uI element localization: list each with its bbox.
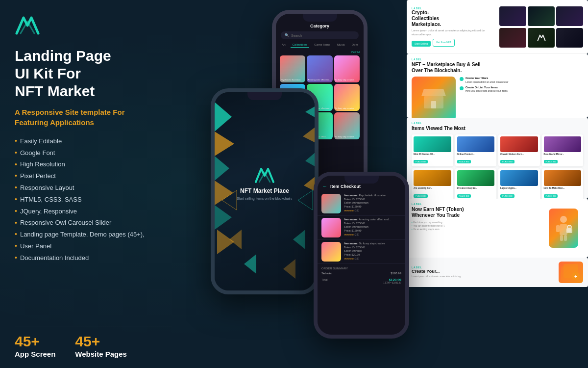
total-usd: $120.99 — [383, 278, 401, 282]
checkout-item-3: Item name: So fuary stay creative Token … — [318, 240, 405, 264]
search-placeholder: Search — [291, 34, 302, 37]
checkout-title: Item Checkout — [330, 184, 361, 189]
feature-item: High Resolution — [15, 159, 172, 171]
tab-music: Music — [335, 42, 347, 48]
phones-area: Category 🔍 Search Art Collectibles Game … — [186, 0, 431, 368]
feature-list: Easily Editable Google Font High Resolut… — [15, 135, 172, 264]
feature-item: JQuery, Responsive — [15, 206, 172, 217]
feature-item: Documentation Included — [15, 252, 172, 264]
items-label: Label — [412, 122, 583, 125]
checkout-item-image-1 — [321, 194, 341, 213]
web-item-bid-4[interactable]: PLACE BID — [544, 160, 558, 163]
hero-cta-2[interactable]: Get Free NFT — [433, 39, 455, 47]
web-item-img-6 — [457, 170, 495, 186]
checkout-item-info-1: Item name: Psychedelic illustration Toke… — [344, 194, 401, 213]
nft-card-label-6: So fuary stay creative — [335, 107, 359, 110]
stat-number-web: 45+ — [75, 334, 127, 349]
phone-notch-3 — [344, 176, 379, 184]
market-step-2: Create Or List Your Items How you can cr… — [460, 86, 583, 93]
web-item-name-2: Online Product... — [457, 153, 495, 156]
svg-marker-13 — [283, 259, 295, 279]
checkout-item-name-3: Item name: So fuary stay creative Token … — [344, 242, 401, 261]
hero-images — [499, 6, 583, 48]
web-hero-section: Label Crypto-CollectiblesMarketplace. Lo… — [407, 0, 588, 54]
web-item-img-4 — [544, 136, 582, 152]
svg-point-19 — [560, 216, 567, 223]
svg-text:+: + — [574, 274, 577, 279]
svg-marker-12 — [293, 230, 305, 249]
phone-category-header: Category — [276, 23, 364, 31]
svg-rect-18 — [431, 101, 436, 108]
nft-card-9: So fuary stay creative — [334, 112, 360, 139]
nft-card-label-9: So fuary stay creative — [335, 136, 359, 138]
svg-marker-7 — [303, 122, 315, 146]
checkout-item-name-1: Item name: Psychedelic illustration Toke… — [344, 194, 401, 212]
nft-card-label-1: Psychedelic illustration — [281, 79, 304, 81]
feature-item: Landing page Template, Demo pages (45+), — [15, 229, 172, 240]
back-icon[interactable]: ← — [322, 184, 327, 189]
step-text-2: Create Or List Your Items How you can cr… — [466, 86, 508, 93]
stat-app-screen: 45+ App Screen — [15, 334, 55, 358]
web-earn-image — [544, 203, 583, 254]
total-label: Total — [321, 278, 328, 284]
phone-marketplace-subtitle: Start selling items on the blockchain. — [237, 196, 293, 201]
phone-marketplace-logo — [254, 166, 275, 184]
web-item-4: Pure World Mirror... PLACE BID — [542, 134, 584, 166]
stat-label-app: App Screen — [15, 350, 55, 358]
feature-item: HTML5, CSS3, SASS — [15, 194, 172, 206]
step-dot-1 — [460, 77, 464, 81]
nft-card-3: So fuary stay creative — [334, 55, 360, 82]
subtotal-row: Subtotal $120.99 — [321, 272, 401, 275]
create-illustration: + — [559, 262, 583, 283]
hero-img-5 — [528, 28, 555, 48]
create-title: Create Your... — [412, 269, 556, 274]
view-all-link[interactable]: View All — [276, 51, 364, 55]
web-item-name-7: Lagos Crypto... — [500, 187, 538, 189]
rating-stars-3: ★★★★★ — [344, 257, 354, 260]
phone-checkout-content: ← Item Checkout Item name: Psychedelic i… — [318, 176, 405, 335]
svg-marker-0 — [215, 102, 232, 131]
svg-marker-1 — [215, 131, 234, 156]
phone-tabs: Art Collectibles Game Items Music Dom — [276, 42, 364, 51]
web-item-bid-8[interactable]: PLACE BID — [544, 194, 558, 198]
web-item-name-6: Dro also Away Bu... — [457, 187, 495, 189]
web-market-section: Label NFT – Marketplace Buy & SellOver T… — [407, 54, 588, 118]
nft-card-label-2: Amazing color effect and... — [308, 79, 331, 81]
web-item-name-3: Classic Modern Furn... — [500, 153, 538, 156]
web-item-3: Classic Modern Furn... PLACE BID — [498, 134, 540, 166]
svg-marker-2 — [215, 156, 229, 181]
feature-item: Responsive Layout — [15, 182, 172, 194]
total-eth: 1 ETH = $1991.87 — [383, 282, 401, 284]
checkout-item-name-2: Item name: Amazing color effect and... T… — [344, 218, 401, 237]
stats-row: 45+ App Screen 45+ Website Pages — [15, 326, 172, 358]
phone-marketplace: NFT Market Place Start selling items on … — [211, 88, 318, 294]
web-item-bid-6[interactable]: PLACE BID — [457, 194, 471, 198]
web-item-bid-3[interactable]: PLACE BID — [500, 160, 514, 163]
web-item-bid-2[interactable]: PLACE BID — [457, 160, 471, 163]
svg-rect-20 — [560, 224, 567, 235]
checkout-item-image-2 — [321, 218, 341, 237]
feature-item: Pixel Perfect — [15, 170, 172, 182]
search-icon: 🔍 — [285, 33, 289, 37]
web-create-text: Label Create Your... Lorem ipsum dolor s… — [412, 266, 556, 278]
phone-search-bar: 🔍 Search — [281, 31, 359, 39]
svg-marker-5 — [217, 230, 234, 254]
nft-card-label-3: So fuary stay creative — [335, 79, 359, 81]
web-item-name-8: How To Make Mon... — [544, 187, 582, 189]
feature-item: Google Font — [15, 147, 172, 159]
feature-item: Easily Editable — [15, 135, 172, 147]
step-text-1: Create Your Store Lorem ipsum dolor sit … — [466, 77, 509, 84]
create-desc: Lorem ipsum dolor sit amet consectetur a… — [412, 275, 556, 278]
subtitle: A Responsive Site template ForFeaturing … — [15, 107, 172, 128]
web-item-name-4: Pure World Mirror... — [544, 153, 582, 156]
checkout-item-1: Item name: Psychedelic illustration Toke… — [318, 192, 405, 216]
earn-icon — [549, 209, 578, 248]
checkout-item-info-3: Item name: So fuary stay creative Token … — [344, 242, 401, 262]
order-summary-title: Order Summary — [321, 267, 401, 270]
web-item-bid-7[interactable]: PLACE BID — [500, 194, 514, 198]
svg-rect-23 — [560, 235, 563, 241]
logo-container — [15, 14, 172, 37]
web-create-section: Label Create Your... Lorem ipsum dolor s… — [407, 258, 588, 287]
svg-marker-11 — [244, 254, 256, 274]
stat-label-web: Website Pages — [75, 350, 127, 358]
